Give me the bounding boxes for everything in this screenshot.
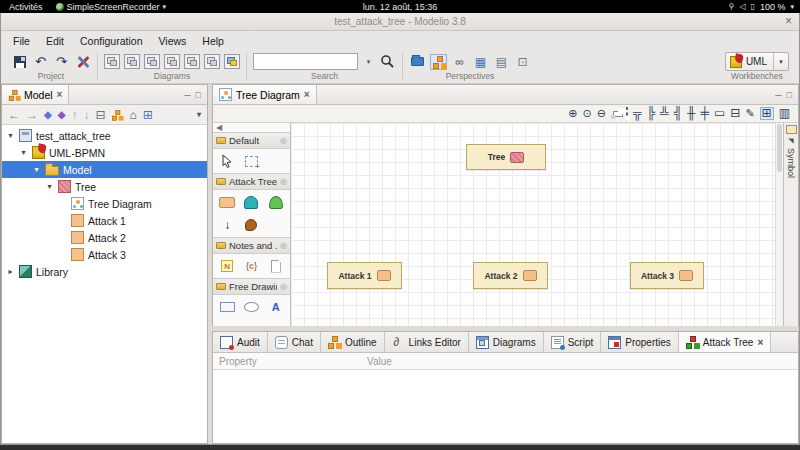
scrollbar-thumb[interactable] (777, 124, 782, 172)
matrix-diagram-button[interactable] (224, 54, 240, 69)
align-bottom-button[interactable]: ╩ (660, 108, 669, 119)
pin-icon[interactable]: ◎ (280, 136, 287, 145)
palette-section-notes-and[interactable]: Notes and ...◎ (213, 237, 290, 254)
menu-edit[interactable]: Edit (39, 33, 71, 49)
canvas-node-attack-3[interactable]: Attack 3 (630, 262, 704, 289)
bottom-tab-diagrams[interactable]: Diagrams (469, 332, 544, 352)
palette-tool-or-gate[interactable] (264, 194, 288, 210)
pin-icon[interactable]: ◎ (280, 177, 287, 186)
next-selection-icon[interactable]: ◆ (58, 109, 66, 121)
tree-item-uml-bpmn[interactable]: ▾UML-BPMN (2, 144, 207, 161)
bottom-tab-attack-tree[interactable]: Attack Tree× (679, 332, 771, 352)
move-up-button[interactable]: ↑ (71, 109, 77, 121)
canvas-node-attack-1[interactable]: Attack 1 (327, 262, 402, 289)
palette-tool-rectangle[interactable] (215, 299, 239, 315)
bottom-tab-outline[interactable]: Outline (321, 332, 385, 352)
zoom-100-button[interactable]: ⊙ (582, 108, 591, 119)
back-button[interactable]: ← (8, 109, 20, 121)
props-body[interactable] (213, 370, 798, 443)
tab-model[interactable]: Model × (2, 85, 69, 104)
workbench-dropdown-button[interactable]: ▾ (773, 53, 788, 70)
align-right-button[interactable]: ╣ (673, 108, 682, 119)
dialog-perspective-button[interactable]: ⊡ (514, 54, 531, 70)
palette-section-attack-tree[interactable]: Attack Tree◎ (213, 173, 290, 190)
close-icon[interactable]: × (57, 89, 63, 100)
bottom-tab-links-editor[interactable]: Links Editor (385, 332, 469, 352)
search-input[interactable] (253, 53, 358, 70)
window-close-button[interactable]: × (785, 14, 792, 28)
palette-tool-note[interactable]: N (215, 258, 239, 274)
toggle-grid-button[interactable]: ⊞ (760, 107, 774, 120)
collapse-all-icon[interactable]: ⊟ (95, 109, 105, 121)
clock[interactable]: lun. 12 août, 15:36 (0, 2, 800, 12)
flat-view-icon[interactable]: ⊞ (143, 109, 153, 121)
canvas-vertical-scrollbar[interactable] (775, 123, 783, 326)
class-diagram-button[interactable] (104, 54, 120, 69)
hierarchy-perspective-button[interactable]: ▤ (493, 54, 510, 70)
expand-arrow-icon[interactable]: ▾ (6, 131, 15, 140)
tree-item-tree[interactable]: ▾Tree (2, 178, 207, 195)
home-icon[interactable]: ⌂ (129, 109, 136, 121)
save-button[interactable] (11, 53, 28, 70)
pin-icon[interactable]: ◎ (280, 241, 287, 250)
menu-file[interactable]: File (6, 33, 37, 49)
palette-tool-document[interactable] (264, 258, 288, 274)
deployment-diagram-button[interactable] (164, 54, 180, 69)
bottom-tab-audit[interactable]: Audit (213, 332, 268, 352)
palette-tool-constraint[interactable]: {c} (239, 258, 263, 274)
system-status-area[interactable]: ⚲ ◁ ▯ 100 % ▾ (729, 2, 794, 12)
zoom-in-button[interactable]: ⊕ (568, 108, 577, 119)
same-height-button[interactable]: ⊟ (730, 108, 740, 119)
format-brush-button[interactable]: ✎ (745, 108, 754, 119)
palette-tool-select[interactable] (215, 153, 239, 169)
package-diagram-button[interactable] (124, 54, 140, 69)
same-width-button[interactable]: ▭ (714, 108, 725, 119)
matrix-perspective-button[interactable]: ▦ (472, 54, 489, 70)
symbol-collapsed-panel[interactable]: ◥ Symbol (783, 123, 798, 326)
palette-tool-ellipse[interactable] (239, 299, 263, 315)
tree-item-library[interactable]: ▸Library (2, 263, 207, 280)
palette-tool-marquee[interactable] (239, 153, 263, 169)
bottom-tab-chat[interactable]: Chat (268, 332, 321, 352)
canvas-node-attack-2[interactable]: Attack 2 (473, 262, 548, 289)
minimize-icon[interactable]: ─ (184, 90, 190, 100)
minimize-icon[interactable]: ─ (775, 90, 781, 100)
tree-item-tree-diagram[interactable]: Tree Diagram (2, 195, 207, 212)
canvas-node-tree[interactable]: Tree (466, 144, 546, 170)
menu-views[interactable]: Views (151, 33, 193, 49)
expand-arrow-icon[interactable]: ▾ (45, 182, 54, 191)
palette-tool-link[interactable]: ↓ (215, 217, 239, 233)
move-down-button[interactable]: ↓ (83, 109, 89, 121)
state-diagram-button[interactable] (204, 54, 220, 69)
search-dropdown-button[interactable]: ▾ (362, 53, 375, 70)
undo-button[interactable]: ↶ (32, 53, 49, 70)
palette-section-default[interactable]: Default◎ (213, 132, 290, 149)
redo-button[interactable]: ↷ (53, 53, 70, 70)
tree-item-attack-1[interactable]: Attack 1 (2, 212, 207, 229)
previous-selection-icon[interactable]: ◆ (44, 109, 52, 121)
close-icon[interactable]: × (304, 89, 310, 100)
expand-arrow-icon[interactable]: ▾ (32, 165, 41, 174)
align-left-button[interactable]: ╠ (646, 108, 655, 119)
page-layout-button[interactable]: ▥ (779, 108, 790, 119)
project-settings-button[interactable] (74, 53, 91, 70)
diagram-canvas[interactable]: TreeAttack 1Attack 2Attack 3 (291, 123, 775, 326)
maximize-icon[interactable]: □ (787, 90, 792, 100)
sequence-diagram-button[interactable] (184, 54, 200, 69)
collapse-palette-icon[interactable]: ◀ (216, 123, 222, 132)
tree-item-model[interactable]: ▾Model (2, 161, 207, 178)
tab-tree-diagram[interactable]: Tree Diagram × (213, 85, 317, 104)
usecase-diagram-button[interactable] (144, 54, 160, 69)
menu-help[interactable]: Help (195, 33, 231, 49)
distribute-horizontal-button[interactable]: ╫ (687, 108, 696, 119)
links-perspective-button[interactable]: ∞ (451, 54, 468, 70)
tree-view-icon[interactable] (113, 110, 123, 120)
tree-item-attack-2[interactable]: Attack 2 (2, 229, 207, 246)
bottom-tab-properties[interactable]: Properties (601, 332, 679, 352)
zoom-out-button[interactable]: ⊖ (597, 108, 606, 119)
palette-section-free-drawing[interactable]: Free Drawing◎ (213, 278, 290, 295)
maximize-icon[interactable]: □ (196, 90, 201, 100)
search-button[interactable] (379, 53, 396, 70)
restore-panel-icon[interactable]: ◥ (788, 137, 793, 145)
bottom-tab-script[interactable]: Script (544, 332, 602, 352)
